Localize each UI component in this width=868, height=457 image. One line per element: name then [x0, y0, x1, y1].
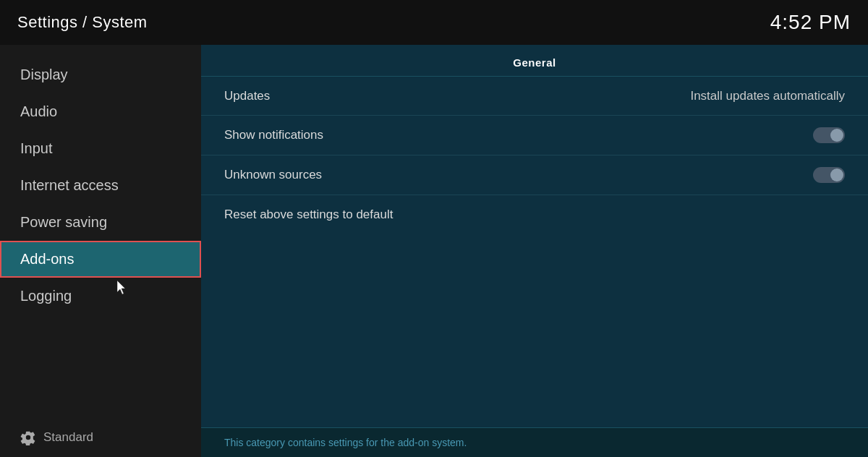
- status-text: This category contains settings for the …: [224, 437, 467, 448]
- header: Settings / System 4:52 PM: [0, 0, 868, 45]
- sidebar-item-input[interactable]: Input: [0, 130, 201, 167]
- setting-row-unknown-sources[interactable]: Unknown sources: [201, 155, 868, 195]
- main-content: General Updates Install updates automati…: [201, 45, 868, 457]
- sidebar-item-power-saving[interactable]: Power saving: [0, 204, 201, 241]
- sidebar-item-audio[interactable]: Audio: [0, 93, 201, 130]
- content-area: General Updates Install updates automati…: [201, 45, 868, 427]
- show-notifications-toggle[interactable]: [813, 127, 845, 143]
- main-layout: Display Audio Input Internet access Powe…: [0, 45, 868, 457]
- sidebar-item-logging[interactable]: Logging: [0, 278, 201, 315]
- sidebar: Display Audio Input Internet access Powe…: [0, 45, 201, 457]
- sidebar-item-internet-access[interactable]: Internet access: [0, 167, 201, 204]
- sidebar-item-display[interactable]: Display: [0, 56, 201, 93]
- setting-row-show-notifications[interactable]: Show notifications: [201, 116, 868, 155]
- updates-value: Install updates automatically: [690, 89, 845, 103]
- sidebar-footer: Standard: [0, 418, 201, 457]
- sidebar-item-add-ons[interactable]: Add-ons: [0, 241, 201, 278]
- unknown-sources-label: Unknown sources: [224, 168, 322, 182]
- clock: 4:52 PM: [770, 11, 851, 34]
- updates-label: Updates: [224, 89, 270, 103]
- page-title: Settings / System: [17, 13, 148, 32]
- show-notifications-label: Show notifications: [224, 128, 323, 142]
- setting-row-updates[interactable]: Updates Install updates automatically: [201, 77, 868, 116]
- section-header: General: [201, 45, 868, 77]
- unknown-sources-toggle[interactable]: [813, 167, 845, 183]
- setting-row-reset[interactable]: Reset above settings to default: [201, 195, 868, 234]
- reset-label: Reset above settings to default: [224, 208, 393, 222]
- gear-icon: [20, 430, 36, 445]
- settings-level-label: Standard: [43, 430, 93, 445]
- status-bar: This category contains settings for the …: [201, 427, 868, 457]
